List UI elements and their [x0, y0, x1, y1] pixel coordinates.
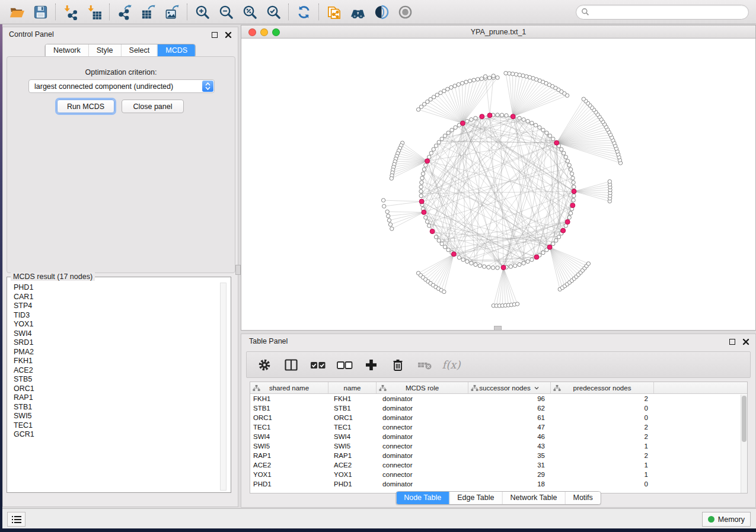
tab-edge-table[interactable]: Edge Table [449, 492, 502, 504]
network-hscroll-handle[interactable] [494, 326, 502, 331]
export-network-button[interactable] [113, 2, 136, 22]
table-cell[interactable]: 61 [468, 414, 551, 421]
mcds-result-item[interactable]: STB1 [14, 403, 219, 412]
mcds-result-item[interactable]: YOX1 [14, 320, 219, 329]
table-row[interactable]: FKH1FKH1dominator962 [250, 394, 747, 403]
table-cell[interactable]: dominator [377, 433, 468, 440]
tab-mcds[interactable]: MCDS [157, 44, 195, 57]
table-row[interactable]: STB1STB1dominator620 [250, 403, 747, 413]
column-header-successor-nodes[interactable]: successor nodes [468, 382, 551, 393]
table-scrollbar[interactable] [741, 395, 747, 493]
mcds-result-item[interactable]: ORC1 [14, 384, 219, 394]
tab-network[interactable]: Network [46, 44, 88, 57]
table-cell[interactable]: 31 [468, 462, 551, 469]
zoom-out-button[interactable] [214, 2, 238, 22]
delete-row-button[interactable] [390, 356, 406, 374]
table-cell[interactable]: 1 [551, 443, 654, 450]
mcds-result-item[interactable]: SWI4 [14, 329, 219, 339]
table-cell[interactable]: TEC1 [250, 424, 328, 431]
mcds-result-item[interactable]: FKH1 [14, 357, 219, 366]
save-session-button[interactable] [28, 2, 52, 22]
table-cell[interactable]: 29 [468, 471, 551, 478]
task-history-button[interactable] [7, 512, 25, 527]
import-table-button[interactable] [82, 2, 106, 22]
close-mcds-panel-button[interactable]: Close panel [122, 100, 184, 113]
share-network-button[interactable] [322, 2, 346, 22]
table-cell[interactable]: ORC1 [328, 414, 377, 421]
table-row[interactable]: PHD1PHD1dominator180 [250, 479, 747, 489]
export-image-button[interactable] [160, 2, 184, 22]
table-cell[interactable]: connector [377, 471, 468, 478]
open-session-button[interactable] [5, 2, 28, 22]
network-window-titlebar[interactable]: YPA_prune.txt_1 [241, 25, 755, 39]
zoom-in-button[interactable] [190, 2, 214, 22]
table-row[interactable]: YOX1YOX1connector291 [250, 470, 747, 479]
memory-button[interactable]: Memory [702, 512, 751, 527]
table-row[interactable]: ACE2ACE2connector311 [250, 460, 747, 470]
table-cell[interactable]: STB1 [328, 405, 377, 412]
table-row[interactable]: ORC1ORC1dominator610 [250, 413, 747, 422]
zoom-fit-button[interactable] [238, 2, 261, 22]
table-cell[interactable]: 2 [551, 395, 654, 402]
table-cell[interactable]: 1 [551, 462, 654, 469]
mcds-result-item[interactable]: TID3 [14, 311, 219, 321]
table-cell[interactable]: dominator [377, 452, 468, 459]
table-row[interactable]: RAP1RAP1dominator352 [250, 451, 747, 460]
search-network-button[interactable] [346, 2, 369, 22]
table-cell[interactable]: FKH1 [250, 395, 328, 402]
mcds-result-item[interactable]: CAR1 [14, 293, 219, 302]
float-panel-button[interactable] [210, 31, 218, 39]
table-cell[interactable]: YOX1 [250, 471, 328, 478]
mcds-result-item[interactable]: PMA2 [14, 348, 219, 357]
table-cell[interactable]: 2 [551, 433, 654, 440]
table-cell[interactable]: TEC1 [328, 424, 377, 431]
mcds-result-item[interactable]: ACE2 [14, 366, 219, 376]
table-cell[interactable]: PHD1 [250, 480, 328, 488]
column-header-MCDS-role[interactable]: MCDS role [377, 382, 468, 393]
tab-select[interactable]: Select [121, 44, 158, 57]
table-cell[interactable]: 43 [468, 443, 551, 450]
table-cell[interactable]: dominator [377, 414, 468, 421]
table-cell[interactable]: dominator [377, 405, 468, 412]
table-scrollbar-thumb[interactable] [742, 396, 747, 442]
network-canvas[interactable] [241, 39, 755, 330]
mcds-result-item[interactable]: RAP1 [14, 393, 219, 403]
tab-style[interactable]: Style [88, 44, 121, 57]
table-cell[interactable]: 2 [551, 452, 654, 459]
table-cell[interactable]: ACE2 [328, 462, 377, 469]
table-cell[interactable]: ORC1 [250, 414, 328, 421]
table-cell[interactable]: YOX1 [328, 471, 377, 478]
table-cell[interactable]: dominator [377, 395, 468, 402]
table-cell[interactable]: SWI5 [328, 443, 377, 450]
delete-table-button[interactable] [416, 356, 433, 374]
table-cell[interactable]: RAP1 [328, 452, 377, 459]
table-cell[interactable]: 47 [468, 424, 551, 431]
table-cell[interactable]: STB1 [250, 405, 328, 412]
tab-node-table[interactable]: Node Table [396, 492, 449, 504]
show-columns-button[interactable] [283, 356, 299, 374]
vizmapper-preview-button[interactable] [369, 2, 393, 22]
table-cell[interactable]: SWI4 [328, 433, 377, 440]
mcds-result-item[interactable]: STB5 [14, 375, 219, 384]
export-table-button[interactable] [136, 2, 160, 22]
column-header-shared-name[interactable]: shared name [250, 382, 328, 393]
run-mcds-button[interactable]: Run MCDS [57, 100, 114, 113]
refresh-layout-button[interactable] [292, 2, 315, 22]
mcds-result-item[interactable]: SWI5 [14, 412, 219, 421]
table-row[interactable]: SWI5SWI5connector431 [250, 441, 747, 451]
search-input[interactable] [589, 6, 748, 18]
table-cell[interactable]: PHD1 [328, 480, 377, 488]
mcds-result-item[interactable]: SRD1 [14, 338, 219, 348]
tab-motifs[interactable]: Motifs [564, 492, 600, 504]
table-cell[interactable]: dominator [377, 480, 468, 488]
table-cell[interactable]: 46 [468, 433, 551, 440]
table-cell[interactable]: 0 [551, 414, 654, 421]
table-cell[interactable]: connector [377, 462, 468, 469]
table-cell[interactable]: 35 [468, 452, 551, 459]
column-header-predecessor-nodes[interactable]: predecessor nodes [551, 382, 654, 393]
add-row-button[interactable] [363, 356, 379, 374]
column-header-name[interactable]: name [328, 382, 377, 393]
table-cell[interactable]: 62 [468, 405, 551, 412]
panel-splitter-handle[interactable] [235, 265, 241, 275]
table-row[interactable]: TEC1TEC1connector472 [250, 422, 747, 432]
